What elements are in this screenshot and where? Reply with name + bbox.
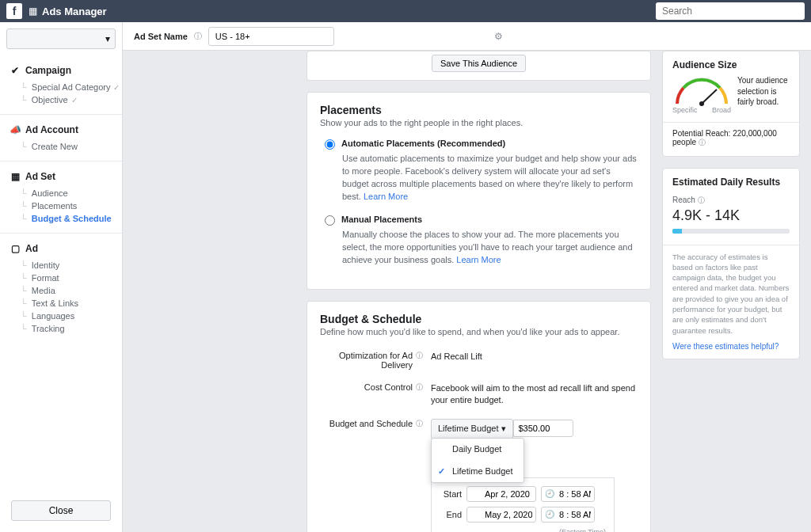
nav-item-tracking[interactable]: └Tracking <box>21 322 122 335</box>
estimated-results-card: Estimated Daily Results Reach ⓘ 4.9K - 1… <box>662 168 800 359</box>
auto-placements-label: Automatic Placements (Recommended) <box>341 139 505 150</box>
nav-item-languages[interactable]: └Languages <box>21 310 122 322</box>
campaign-icon: ✔ <box>10 65 21 76</box>
auto-placements-desc: Use automatic placements to maximize you… <box>320 153 638 203</box>
check-icon: ✓ <box>71 96 78 104</box>
search-wrap <box>656 2 805 20</box>
est-disclaimer: The accuracy of estimates is based on fa… <box>672 252 790 336</box>
placements-title: Placements <box>320 104 638 116</box>
close-button[interactable]: Close <box>11 500 111 521</box>
nav-item-identity[interactable]: └Identity <box>21 259 122 272</box>
chevron-down-icon: ▾ <box>501 423 506 435</box>
budget-amount-input[interactable] <box>513 420 573 437</box>
nav-item-media[interactable]: └Media <box>21 284 122 297</box>
start-date-input[interactable] <box>466 486 536 502</box>
account-select[interactable]: ▾ <box>6 28 116 49</box>
save-audience-button[interactable]: Save This Audience <box>432 55 526 72</box>
manual-placements-desc: Manually choose the places to show your … <box>320 229 638 267</box>
end-date-input[interactable] <box>466 507 536 522</box>
nav-ad[interactable]: ▢Ad <box>0 241 122 256</box>
nav-campaign[interactable]: ✔Campaign <box>0 63 122 78</box>
potential-reach: Potential Reach: 220,000,000 people ⓘ <box>672 129 790 148</box>
budget-schedule-card: Budget & Schedule Define how much you'd … <box>307 301 651 532</box>
search-input[interactable] <box>656 2 805 20</box>
info-icon[interactable]: ⓘ <box>416 351 423 361</box>
ad-set-name-input[interactable] <box>208 27 334 46</box>
placements-sub: Show your ads to the right people in the… <box>320 118 638 127</box>
ad-set-name-label: Ad Set Name <box>134 32 188 41</box>
optimization-value: Ad Recall Lift <box>431 348 638 370</box>
info-icon[interactable]: ⓘ <box>194 31 202 42</box>
ad-set-name-bar: Ad Set Name ⓘ ⚙ <box>123 22 811 51</box>
budget-type-dropdown[interactable]: Lifetime Budget ▾ <box>431 419 513 439</box>
estimates-helpful-link[interactable]: Were these estimates helpful? <box>672 342 790 351</box>
chevron-down-icon: ▾ <box>105 33 110 44</box>
adset-icon: ▦ <box>10 171 21 182</box>
ad-icon: ▢ <box>10 243 21 254</box>
left-sidebar: ▾ ✔Campaign └Special Ad Category✓ └Objec… <box>0 22 123 532</box>
audience-size-card: Audience Size SpecificBroad <box>662 51 800 157</box>
learn-more-manual[interactable]: Learn More <box>456 255 501 264</box>
megaphone-icon: 📣 <box>10 124 21 135</box>
info-icon[interactable]: ⓘ <box>416 419 423 429</box>
nav-item-audience[interactable]: └Audience <box>21 187 122 200</box>
nav-item-objective[interactable]: └Objective✓ <box>21 93 122 106</box>
nav-item-format[interactable]: └Format <box>21 272 122 284</box>
clock-icon: 🕘 <box>545 509 554 520</box>
gear-icon[interactable]: ⚙ <box>494 31 503 42</box>
info-icon[interactable]: ⓘ <box>699 139 706 146</box>
timezone: (Eastern Time) <box>440 527 606 532</box>
audience-card-tail: Save This Audience <box>307 51 651 81</box>
budget-title: Budget & Schedule <box>320 313 638 325</box>
audience-message: Your audience selection is fairly broad. <box>737 75 790 108</box>
radio-manual-placements[interactable] <box>325 215 335 226</box>
apps-grid-icon[interactable]: ▦ <box>29 6 37 17</box>
nav-item-placements[interactable]: └Placements <box>21 200 122 212</box>
facebook-logo[interactable]: f <box>6 3 22 19</box>
reach-bar <box>672 229 790 234</box>
placements-card: Placements Show your ads to the right pe… <box>307 92 651 290</box>
app-title: Ads Manager <box>42 6 107 17</box>
top-bar: f ▦ Ads Manager <box>0 0 811 22</box>
learn-more-auto[interactable]: Learn More <box>364 192 408 201</box>
nav-ad-account[interactable]: 📣Ad Account <box>0 123 122 137</box>
nav-item-special-ad[interactable]: └Special Ad Category✓ <box>21 81 122 93</box>
svg-line-0 <box>702 89 717 104</box>
est-title: Estimated Daily Results <box>672 177 790 188</box>
manual-placements-label: Manual Placements <box>341 215 422 226</box>
nav-item-text-links[interactable]: └Text & Links <box>21 297 122 310</box>
cost-control-value: Facebook will aim to the most ad recall … <box>431 379 638 407</box>
nav-ad-set[interactable]: ▦Ad Set <box>0 169 122 184</box>
audience-size-title: Audience Size <box>672 59 790 70</box>
check-icon: ✓ <box>113 83 120 92</box>
nav-item-budget-schedule[interactable]: └Budget & Schedule <box>21 212 122 225</box>
info-icon[interactable]: ⓘ <box>698 196 705 204</box>
svg-point-1 <box>699 101 704 106</box>
info-icon[interactable]: ⓘ <box>416 382 423 393</box>
gauge-icon <box>672 75 731 108</box>
option-daily-budget[interactable]: Daily Budget <box>432 439 524 460</box>
nav-item-create-new[interactable]: └Create New <box>21 140 122 153</box>
budget-sub: Define how much you'd like to spend, and… <box>320 327 638 336</box>
option-lifetime-budget[interactable]: Lifetime Budget <box>432 461 524 482</box>
radio-auto-placements[interactable] <box>325 139 335 150</box>
clock-icon: 🕘 <box>545 488 554 500</box>
schedule-box: Start 📅 🕘 End 📅 🕘 (Ea <box>431 477 615 532</box>
budget-type-menu: Daily Budget Lifetime Budget <box>431 438 524 483</box>
reach-range: 4.9K - 14K <box>672 207 790 224</box>
